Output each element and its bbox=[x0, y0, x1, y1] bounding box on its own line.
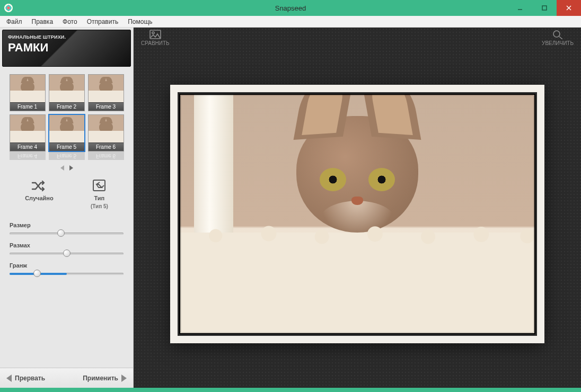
frame-label: Frame 6 bbox=[89, 142, 124, 151]
slider-thumb[interactable] bbox=[63, 250, 71, 257]
random-button[interactable]: Случайно bbox=[25, 179, 54, 209]
tool-label: Случайно bbox=[25, 195, 54, 201]
frame-label: Frame 4 bbox=[10, 142, 45, 151]
magnifier-icon bbox=[552, 30, 564, 39]
canvas-toolbar: СРАВНИТЬ УВЕЛИЧИТЬ bbox=[134, 28, 581, 51]
frame-grid-reflection: Frame 4 Frame 5 Frame 6 bbox=[5, 152, 128, 160]
close-button[interactable] bbox=[557, 0, 581, 16]
slider-thumb[interactable] bbox=[33, 270, 41, 277]
photo-border bbox=[178, 92, 537, 336]
svg-rect-1 bbox=[542, 6, 547, 10]
zoom-button[interactable]: УВЕЛИЧИТЬ bbox=[542, 30, 574, 46]
compare-button[interactable]: СРАВНИТЬ bbox=[141, 30, 170, 46]
frame-thumb-3[interactable]: Frame 3 bbox=[88, 74, 124, 111]
tool-label: Тип bbox=[94, 195, 105, 201]
pager-prev-icon[interactable] bbox=[60, 165, 64, 171]
frame-grid: Frame 1 Frame 2 Frame 3 Frame 4 Frame 5 … bbox=[5, 72, 128, 152]
minimize-button[interactable] bbox=[508, 0, 532, 16]
sidebar-title: РАМКИ bbox=[8, 41, 125, 55]
window-title: Snapseed bbox=[0, 4, 581, 12]
frame-thumb-5[interactable]: Frame 5 bbox=[49, 114, 85, 152]
slider-label: Размер bbox=[10, 222, 124, 228]
apply-button[interactable]: Применить bbox=[83, 375, 127, 382]
sliders: Размер Размах Гранж bbox=[0, 213, 133, 280]
client-area: ФИНАЛЬНЫЕ ШТРИХИ. РАМКИ Frame 1 Frame 2 … bbox=[0, 28, 581, 388]
frame-thumb-6[interactable]: Frame 6 bbox=[88, 114, 124, 152]
frames-panel: Frame 1 Frame 2 Frame 3 Frame 4 Frame 5 … bbox=[0, 69, 133, 171]
sidebar-header: ФИНАЛЬНЫЕ ШТРИХИ. РАМКИ bbox=[2, 30, 131, 67]
chevron-left-icon bbox=[6, 375, 12, 382]
app-icon bbox=[4, 4, 13, 12]
shuffle-icon bbox=[31, 179, 47, 193]
slider-label: Размах bbox=[10, 242, 124, 248]
pager-next-icon[interactable] bbox=[69, 165, 73, 171]
svg-point-7 bbox=[553, 31, 560, 37]
menu-help[interactable]: Помощь bbox=[125, 17, 155, 26]
photo bbox=[180, 95, 534, 333]
frame-type-icon bbox=[91, 179, 107, 193]
menu-send[interactable]: Отправить bbox=[84, 17, 122, 26]
menu-edit[interactable]: Правка bbox=[29, 17, 57, 26]
cancel-label: Прервать bbox=[15, 375, 45, 382]
sidebar-subtitle: ФИНАЛЬНЫЕ ШТРИХИ. bbox=[8, 34, 125, 40]
tool-sublabel: (Тип 5) bbox=[91, 203, 108, 209]
svg-point-6 bbox=[152, 32, 154, 34]
tool-row: Случайно Тип (Тип 5) bbox=[0, 171, 133, 213]
frame-pager bbox=[60, 165, 73, 171]
sidebar-footer: Прервать Применить bbox=[0, 368, 133, 388]
maximize-button[interactable] bbox=[532, 0, 557, 16]
frame-thumb-4[interactable]: Frame 4 bbox=[10, 114, 46, 152]
svg-line-8 bbox=[559, 37, 562, 39]
photo-frame[interactable] bbox=[170, 85, 544, 343]
slider-spread[interactable]: Размах bbox=[10, 242, 124, 257]
frame-label: Frame 1 bbox=[10, 102, 45, 111]
canvas-stage bbox=[134, 51, 581, 388]
type-button[interactable]: Тип (Тип 5) bbox=[91, 179, 108, 209]
slider-label: Гранж bbox=[10, 262, 124, 269]
canvas-area: СРАВНИТЬ УВЕЛИЧИТЬ bbox=[134, 28, 581, 388]
apply-label: Применить bbox=[83, 375, 118, 382]
window-border-bottom bbox=[0, 388, 581, 392]
zoom-label: УВЕЛИЧИТЬ bbox=[542, 40, 574, 46]
frame-label: Frame 5 bbox=[49, 142, 84, 151]
picture-icon bbox=[149, 30, 161, 39]
slider-thumb[interactable] bbox=[57, 229, 65, 237]
chevron-right-icon bbox=[121, 375, 127, 382]
frame-label: Frame 2 bbox=[49, 102, 84, 111]
menu-photo[interactable]: Фото bbox=[59, 17, 81, 26]
frame-label: Frame 3 bbox=[89, 102, 124, 111]
cancel-button[interactable]: Прервать bbox=[6, 375, 45, 382]
title-bar: Snapseed bbox=[0, 0, 581, 16]
window-buttons bbox=[508, 0, 581, 16]
frame-thumb-2[interactable]: Frame 2 bbox=[49, 74, 85, 111]
menu-file[interactable]: Файл bbox=[3, 17, 25, 26]
slider-grunge[interactable]: Гранж bbox=[10, 262, 124, 277]
slider-size[interactable]: Размер bbox=[10, 222, 124, 237]
frame-thumb-1[interactable]: Frame 1 bbox=[10, 74, 46, 111]
compare-label: СРАВНИТЬ bbox=[141, 40, 170, 46]
sidebar: ФИНАЛЬНЫЕ ШТРИХИ. РАМКИ Frame 1 Frame 2 … bbox=[0, 28, 134, 388]
menu-bar: Файл Правка Фото Отправить Помощь bbox=[0, 16, 581, 28]
